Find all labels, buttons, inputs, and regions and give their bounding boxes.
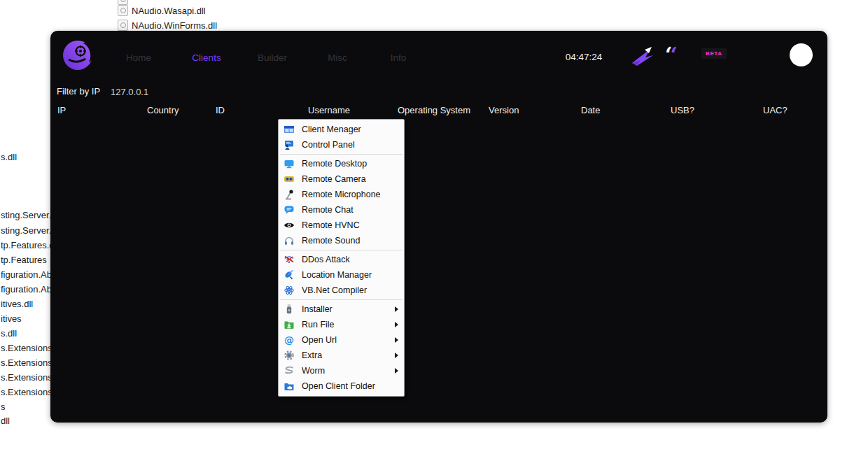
file-name-fragment: s.dll [1, 328, 17, 339]
menu-item-label: Control Panel [302, 140, 400, 150]
menu-item-label: Remote HVNC [302, 220, 400, 230]
column-header-operating-system[interactable]: Operating System [398, 105, 470, 115]
file-row[interactable]: NAudio.WinForms.dll [118, 20, 217, 31]
column-header-version[interactable]: Version [489, 105, 519, 115]
menu-item-run-file[interactable]: Run File [279, 317, 404, 332]
menu-item-label: Remote Microphone [302, 190, 400, 199]
quotes-icon[interactable]: ‘‘ [665, 46, 676, 64]
remote-sound-icon [284, 235, 295, 246]
app-logo-icon [62, 39, 94, 71]
filter-ip-input[interactable] [109, 86, 189, 98]
column-header-ip[interactable]: IP [57, 105, 66, 115]
client-manager-icon [284, 124, 295, 135]
column-header-usb[interactable]: USB? [671, 105, 694, 115]
menu-item-label: Open Client Folder [302, 381, 400, 391]
menu-item-label: Remote Sound [302, 236, 400, 246]
menu-item-label: Extra [302, 350, 395, 360]
menu-item-control-panel[interactable]: Control Panel [279, 137, 404, 153]
menu-item-client-manager[interactable]: Client Menager [279, 122, 404, 137]
remote-hvnc-icon [284, 220, 295, 231]
file-name-fragment: s.Extensions [1, 387, 52, 397]
menu-item-location-manager[interactable]: Location Manager [279, 267, 404, 283]
menu-item-label: Remote Chat [302, 205, 400, 215]
open-client-folder-icon [284, 381, 295, 392]
file-name-fragment: s [1, 402, 6, 412]
nav-item-clients[interactable]: Clients [192, 52, 220, 63]
file-name: NAudio.Wasapi.dll [132, 6, 206, 16]
dll-file-icon [118, 20, 128, 31]
beta-badge: BETA [701, 48, 727, 59]
dll-file-icon [118, 0, 128, 5]
app-window: Home Clients Builder Misc Info 04:47:24 … [50, 31, 827, 423]
nav-item-misc[interactable]: Misc [328, 52, 347, 63]
menu-item-label: Remote Desktop [302, 159, 400, 169]
column-header-country[interactable]: Country [147, 105, 179, 115]
run-file-icon [284, 319, 295, 330]
file-name-fragment: tp.Features [1, 255, 47, 265]
remote-camera-icon [284, 173, 295, 185]
menu-item-remote-sound[interactable]: Remote Sound [279, 233, 404, 248]
installer-icon [284, 304, 295, 315]
menu-item-label: DDos Attack [302, 255, 400, 264]
file-name-fragment: itives.dll [1, 299, 33, 309]
menu-item-label: Installer [302, 304, 395, 314]
nav-item-home[interactable]: Home [126, 52, 151, 63]
menu-item-remote-desktop[interactable]: Remote Desktop [279, 156, 404, 171]
file-row[interactable]: NAudio.Wasapi.dll [118, 5, 206, 16]
menu-item-label: VB.Net Compiler [302, 285, 400, 295]
file-name-fragment: dll [1, 416, 10, 426]
menu-item-label: Remote Camera [302, 174, 400, 184]
client-context-menu: Client Menager Control Panel Remote Desk… [278, 119, 405, 397]
ddos-attack-icon [284, 254, 295, 265]
menu-item-label: Location Manager [302, 270, 400, 280]
quote-right-icon: ‘ [670, 43, 675, 67]
file-name-fragment: figuration.Abs [1, 284, 57, 295]
menu-item-worm[interactable]: Worm [279, 363, 404, 378]
svg-text:@: @ [284, 334, 294, 346]
remote-chat-icon [284, 204, 295, 215]
worm-icon [284, 365, 295, 376]
menu-item-label: Open Url [302, 335, 395, 345]
file-name-fragment: itives [1, 313, 22, 324]
menu-separator [280, 154, 402, 155]
column-header-id[interactable]: ID [216, 105, 225, 115]
menu-item-remote-microphone[interactable]: Remote Microphone [279, 187, 404, 202]
menu-item-label: Worm [302, 366, 395, 376]
open-url-icon: @ [284, 334, 295, 346]
submenu-arrow-icon [395, 306, 398, 312]
column-header-date[interactable]: Date [581, 105, 600, 115]
nav-item-info[interactable]: Info [391, 52, 407, 63]
menu-item-extra[interactable]: Extra [279, 348, 404, 363]
menu-separator [280, 250, 402, 250]
file-name: NAudio.WinForms.dll [132, 20, 217, 31]
paper-plane-icon[interactable] [630, 45, 657, 70]
submenu-arrow-icon [395, 337, 398, 343]
menu-item-installer[interactable]: Installer [279, 302, 404, 317]
avatar[interactable] [790, 43, 813, 66]
menu-item-label: Run File [302, 320, 395, 329]
column-header-username[interactable]: Username [308, 105, 350, 115]
dll-file-icon [118, 5, 128, 16]
column-header-uac[interactable]: UAC? [763, 105, 788, 115]
filter-by-ip-label: Filter by IP [57, 86, 100, 97]
submenu-arrow-icon [395, 322, 398, 327]
nav-item-builder[interactable]: Builder [258, 52, 287, 63]
remote-desktop-icon [284, 158, 295, 169]
menu-item-open-client-folder[interactable]: Open Client Folder [279, 378, 404, 394]
file-name-fragment: sting.Server.A [1, 225, 57, 236]
remote-microphone-icon [284, 189, 295, 200]
menu-item-remote-camera[interactable]: Remote Camera [279, 171, 404, 187]
menu-item-open-url[interactable]: @ Open Url [279, 332, 404, 348]
control-panel-icon [284, 139, 295, 150]
menu-item-remote-chat[interactable]: Remote Chat [279, 202, 404, 218]
file-name-fragment: s.dll [1, 152, 17, 162]
file-row[interactable] [118, 0, 128, 5]
file-name-fragment: sting.Server.A [1, 210, 57, 220]
clock: 04:47:24 [566, 52, 603, 62]
file-name-fragment: figuration.Abs [1, 269, 57, 280]
menu-item-remote-hvnc[interactable]: Remote HVNC [279, 218, 404, 233]
vbnet-compiler-icon [284, 285, 295, 296]
menu-item-vbnet-compiler[interactable]: VB.Net Compiler [279, 283, 404, 298]
extra-icon [284, 350, 295, 361]
menu-item-ddos-attack[interactable]: DDos Attack [279, 252, 404, 267]
